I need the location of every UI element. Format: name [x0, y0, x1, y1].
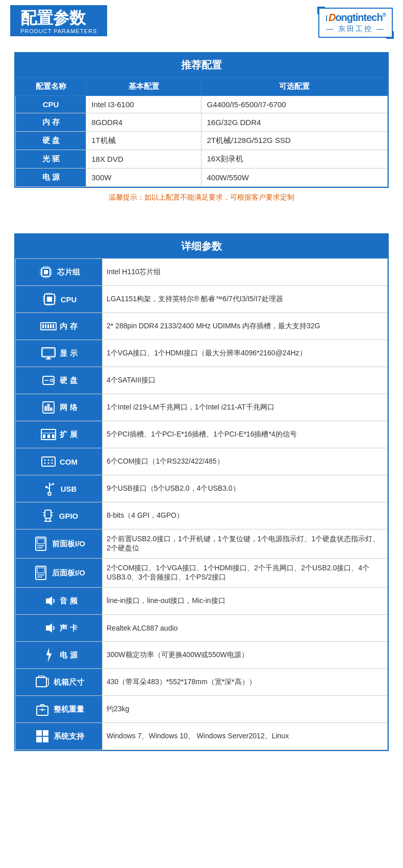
- header-section: 配置参数 PRODUCT PARAMETERS | Dongtintech® —…: [0, 0, 403, 43]
- detail-row: 整机重量 约23kg: [16, 696, 388, 723]
- svg-rect-45: [44, 406, 47, 411]
- svg-rect-94: [36, 730, 42, 736]
- detail-label-cell: 显 示: [16, 340, 103, 367]
- detail-label-cell: 整机重量: [16, 696, 103, 723]
- detail-icon: [40, 345, 57, 361]
- recommend-row-basic: Intel I3-6100: [86, 96, 202, 113]
- svg-rect-64: [45, 486, 47, 488]
- svg-point-59: [52, 463, 53, 464]
- detail-section: 详细参数 芯片组 Intel H110芯片组 CPU LGA1151构架，支持英…: [0, 233, 403, 751]
- detail-label-cell: 机箱尺寸: [16, 669, 103, 696]
- col-header-optional: 可选配置: [202, 78, 388, 96]
- recommend-row-label: 内 存: [16, 113, 86, 132]
- svg-rect-1: [44, 270, 48, 274]
- detail-label-cell: 硬 盘: [16, 367, 103, 394]
- detail-icon: [40, 426, 57, 443]
- svg-rect-95: [43, 730, 48, 736]
- detail-row: 芯片组 Intel H110芯片组: [16, 259, 388, 286]
- detail-icon: [33, 536, 49, 552]
- detail-value-cell: 2个前置USB2.0接口，1个开机键，1个复位键，1个电源指示灯、1个硬盘状态指…: [103, 529, 388, 559]
- recommend-row: 内 存 8GDDR4 16G/32G DDR4: [16, 113, 388, 132]
- detail-icon: [34, 701, 51, 717]
- detail-label-text: 芯片组: [57, 268, 80, 277]
- detail-row: 音 频 line-in接口，line-out接口，Mic-in接口: [16, 588, 388, 615]
- detail-label-text: 机箱尺寸: [54, 678, 84, 687]
- svg-marker-82: [46, 596, 52, 606]
- svg-rect-97: [43, 737, 48, 742]
- detail-label-text: CPU: [61, 295, 77, 304]
- col-header-basic: 基本配置: [86, 78, 202, 96]
- svg-rect-50: [43, 435, 45, 438]
- recommend-row-optional: G4400/I5-6500/I7-6700: [202, 96, 388, 113]
- detail-value-cell: 430（带耳朵483）*552*178mm（宽*深*高））: [103, 669, 388, 696]
- detail-icon: [34, 728, 51, 744]
- col-header-name: 配置名称: [16, 78, 86, 96]
- recommend-table: 配置名称 基本配置 可选配置 CPU Intel I3-6100 G4400/I…: [15, 77, 388, 187]
- detail-icon: [40, 647, 57, 663]
- detail-row: 前面板I/O 2个前置USB2.0接口，1个开机键，1个复位键，1个电源指示灯、…: [16, 529, 388, 559]
- detail-row: CPU LGA1151构架，支持英特尔® 酷睿™6/7代I3/I5/I7处理器: [16, 286, 388, 313]
- detail-icon: [40, 620, 57, 636]
- detail-value-cell: Intel H110芯片组: [103, 259, 388, 286]
- detail-label-text: USB: [61, 485, 77, 493]
- detail-value-cell: LGA1151构架，支持英特尔® 酷睿™6/7代I3/I5/I7处理器: [103, 286, 388, 313]
- detail-label-text: 硬 盘: [60, 376, 77, 385]
- recommend-row-basic: 1T机械: [86, 132, 202, 150]
- detail-icon: [40, 318, 57, 334]
- svg-point-54: [44, 460, 46, 461]
- detail-value-cell: 1个Intel i219-LM千兆网口，1个Intel i211-AT千兆网口: [103, 394, 388, 421]
- svg-point-57: [44, 463, 46, 464]
- detail-label-cell: GPIO: [16, 502, 103, 529]
- svg-rect-32: [50, 324, 52, 328]
- detail-row: 硬 盘 4个SATAIII接口: [16, 367, 388, 394]
- detail-table: 芯片组 Intel H110芯片组 CPU LGA1151构架，支持英特尔® 酷…: [15, 258, 388, 750]
- detail-label-text: 电 源: [60, 650, 77, 660]
- detail-table-outer: 详细参数 芯片组 Intel H110芯片组 CPU LGA1151构架，支持英…: [14, 233, 389, 751]
- detail-label-cell: COM: [16, 448, 103, 475]
- detail-value-cell: 5个PCI插槽、1个PCI-E*16插槽、1个PCI-E*16插槽*4的信号: [103, 421, 388, 448]
- detail-label-cell: 声 卡: [16, 615, 103, 642]
- recommend-row: 光 驱 18X DVD 16X刻录机: [16, 150, 388, 168]
- recommend-table-outer: 推荐配置 配置名称 基本配置 可选配置 CPU Intel I3-6100 G4…: [14, 52, 389, 188]
- svg-rect-37: [43, 349, 54, 356]
- detail-value-cell: 2* 288pin DDR4 2133/2400 MHz UDIMMs 内存插槽…: [103, 313, 388, 340]
- title-box: 配置参数 PRODUCT PARAMETERS: [10, 5, 107, 36]
- detail-row: 扩 展 5个PCI插槽、1个PCI-E*16插槽、1个PCI-E*16插槽*4的…: [16, 421, 388, 448]
- detail-label-cell: 扩 展: [16, 421, 103, 448]
- detail-label-text: 显 示: [60, 349, 77, 358]
- detail-row: 网 络 1个Intel i219-LM千兆网口，1个Intel i211-AT千…: [16, 394, 388, 421]
- detail-row: 后面板I/O 2个COM接口、1个VGA接口、1个HDMI接口、2个千兆网口、2…: [16, 559, 388, 588]
- detail-label-cell: 网 络: [16, 394, 103, 421]
- recommend-row-basic: 18X DVD: [86, 150, 202, 168]
- detail-label-text: 内 存: [60, 322, 77, 331]
- page-title-zh: 配置参数: [20, 9, 97, 27]
- svg-rect-31: [47, 324, 49, 328]
- recommend-row-label: 硬 盘: [16, 132, 86, 150]
- detail-label-text: 后面板I/O: [52, 568, 85, 578]
- detail-label-cell: 系统支持: [16, 723, 103, 750]
- detail-label-cell: 音 频: [16, 588, 103, 615]
- detail-row: COM 6个COM接口（1个RS232/422/485）: [16, 448, 388, 475]
- svg-point-42: [51, 379, 53, 382]
- svg-rect-96: [36, 737, 42, 742]
- detail-value-cell: 2个COM接口、1个VGA接口、1个HDMI接口、2个千兆网口、2个USB2.0…: [103, 559, 388, 588]
- detail-label-cell: USB: [16, 475, 103, 502]
- detail-icon: [40, 453, 57, 470]
- svg-rect-79: [37, 568, 44, 573]
- detail-icon: [40, 399, 57, 416]
- detail-value-cell: 4个SATAIII接口: [103, 367, 388, 394]
- detail-icon: [33, 565, 49, 581]
- svg-point-65: [48, 492, 51, 495]
- svg-rect-36: [42, 348, 55, 357]
- detail-value-cell: 8-bits（4 GPI，4GPO）: [103, 502, 388, 529]
- svg-rect-15: [47, 297, 52, 302]
- svg-rect-75: [37, 539, 44, 544]
- detail-label-text: GPIO: [59, 512, 79, 520]
- page-title-en: PRODUCT PARAMETERS: [20, 28, 97, 34]
- svg-rect-51: [47, 435, 50, 438]
- detail-value-cell: Realtek ALC887 audio: [103, 615, 388, 642]
- detail-label-cell: CPU: [16, 286, 103, 313]
- detail-row: 电 源 300W额定功率（可更换400W或550W电源）: [16, 642, 388, 669]
- detail-row: 声 卡 Realtek ALC887 audio: [16, 615, 388, 642]
- recommend-row-label: 电 源: [16, 168, 86, 187]
